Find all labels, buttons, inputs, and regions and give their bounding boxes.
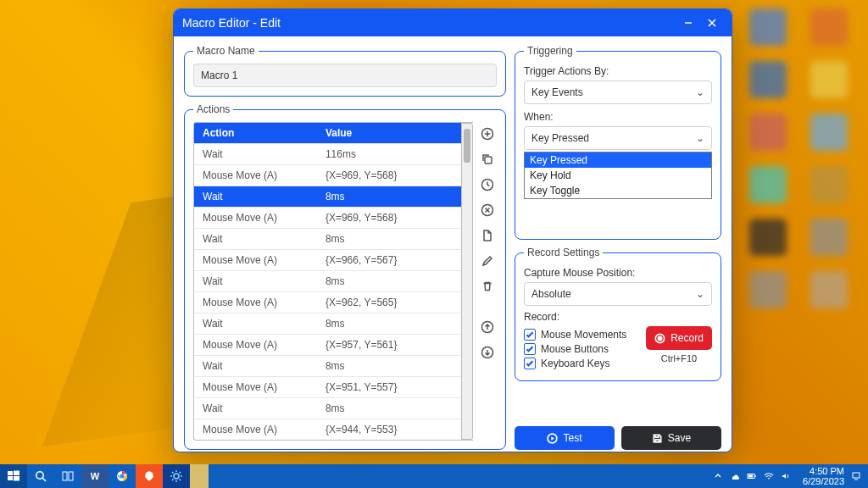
taskbar-time: 4:50 PM xyxy=(803,466,844,476)
clock-icon xyxy=(481,178,494,191)
window-minimize-button[interactable] xyxy=(677,14,699,32)
titlebar[interactable]: Macro Editor - Edit xyxy=(174,9,732,36)
remove-action-button[interactable] xyxy=(479,202,496,219)
cell-action: Mouse Move (A) xyxy=(194,292,317,313)
cell-action: Wait xyxy=(194,398,317,419)
when-option[interactable]: Key Pressed xyxy=(525,152,711,168)
taskbar-app-folder[interactable] xyxy=(190,464,209,488)
record-settings-legend: Record Settings xyxy=(524,247,603,258)
search-icon xyxy=(34,469,47,483)
tray-volume-icon[interactable] xyxy=(781,471,791,481)
taskbar-app-word[interactable]: W xyxy=(81,464,108,488)
cell-value: 8ms xyxy=(317,271,461,292)
delete-action-button[interactable] xyxy=(479,278,496,295)
footer-buttons: Test Save xyxy=(515,426,721,450)
save-button[interactable]: Save xyxy=(621,426,721,450)
minimize-icon xyxy=(683,18,693,28)
tray-cloud-icon[interactable] xyxy=(730,471,740,481)
copy-icon xyxy=(481,152,494,166)
actions-scrollbar[interactable] xyxy=(461,123,473,440)
actions-group: Actions Action Value Wait116msMouse Move… xyxy=(184,103,506,450)
trigger-by-select[interactable]: Key Events ⌄ xyxy=(524,80,712,104)
taskbar-clock[interactable]: 4:50 PM 6/29/2023 xyxy=(798,466,844,486)
table-row[interactable]: Wait116ms xyxy=(194,144,461,165)
actions-grid[interactable]: Action Value Wait116msMouse Move (A){X=9… xyxy=(193,122,473,441)
checkbox-icon xyxy=(524,358,536,369)
table-row[interactable]: Mouse Move (A){X=969, Y=568} xyxy=(194,208,461,229)
table-row[interactable]: Wait8ms xyxy=(194,313,461,335)
capture-position-label: Capture Mouse Position: xyxy=(524,267,712,279)
test-button[interactable]: Test xyxy=(515,426,615,450)
scrollbar-thumb[interactable] xyxy=(464,129,470,163)
col-action[interactable]: Action xyxy=(194,123,317,144)
table-row[interactable]: Wait8ms xyxy=(194,398,461,419)
macro-name-input[interactable]: Macro 1 xyxy=(193,64,497,87)
cell-action: Wait xyxy=(194,271,317,292)
table-row[interactable]: Wait8ms xyxy=(194,229,461,250)
taskbar[interactable]: W 4:50 PM 6/29/2023 xyxy=(0,464,868,488)
tray-wifi-icon[interactable] xyxy=(764,471,774,481)
taskbar-search-button[interactable] xyxy=(27,464,54,488)
when-select[interactable]: Key Pressed ⌄ xyxy=(524,126,712,150)
arrow-down-circle-icon xyxy=(481,346,494,359)
start-button[interactable] xyxy=(0,464,27,488)
taskbar-taskview-button[interactable] xyxy=(54,464,81,488)
copy-action-button[interactable] xyxy=(479,151,496,168)
file-icon xyxy=(481,229,494,242)
cell-value: {X=966, Y=567} xyxy=(317,250,461,271)
checkbox-icon xyxy=(524,343,536,355)
cell-action: Mouse Move (A) xyxy=(194,335,317,356)
keyboard-keys-checkbox[interactable]: Keyboard Keys xyxy=(524,358,643,369)
when-value: Key Pressed xyxy=(531,132,589,144)
svg-point-18 xyxy=(174,474,179,479)
cell-value: 8ms xyxy=(317,356,461,377)
chevron-down-icon: ⌄ xyxy=(696,288,704,300)
table-row[interactable]: Wait8ms xyxy=(194,271,461,292)
col-value[interactable]: Value xyxy=(317,123,461,144)
taskbar-app-brave[interactable] xyxy=(136,464,163,488)
arrow-up-circle-icon xyxy=(481,320,494,334)
time-action-button[interactable] xyxy=(479,176,496,193)
tray-chevron-icon[interactable] xyxy=(713,471,723,481)
table-row[interactable]: Wait8ms xyxy=(194,186,461,208)
window-close-button[interactable] xyxy=(701,14,723,32)
table-row[interactable]: Mouse Move (A){X=944, Y=553} xyxy=(194,419,461,441)
edit-action-button[interactable] xyxy=(479,252,496,269)
tray-notifications-icon[interactable] xyxy=(851,471,861,481)
tray-battery-icon[interactable] xyxy=(747,471,757,481)
checkbox-icon xyxy=(524,329,536,341)
chrome-icon xyxy=(115,469,129,483)
when-option[interactable]: Key Toggle xyxy=(525,183,711,198)
when-option[interactable]: Key Hold xyxy=(525,168,711,183)
actions-toolbar xyxy=(473,122,497,441)
actions-header-row: Action Value xyxy=(194,123,461,144)
svg-rect-12 xyxy=(14,476,19,481)
table-row[interactable]: Mouse Move (A){X=962, Y=565} xyxy=(194,292,461,313)
system-tray[interactable]: 4:50 PM 6/29/2023 xyxy=(706,464,868,488)
cell-value: {X=962, Y=565} xyxy=(317,292,461,313)
taskbar-app-macro[interactable] xyxy=(163,464,190,488)
cell-value: 8ms xyxy=(317,186,461,208)
record-button[interactable]: Record xyxy=(646,326,712,350)
table-row[interactable]: Mouse Move (A){X=957, Y=561} xyxy=(194,335,461,356)
record-label: Record: xyxy=(524,311,712,323)
mouse-movements-checkbox[interactable]: Mouse Movements xyxy=(524,329,643,341)
move-down-button[interactable] xyxy=(479,344,496,361)
cell-value: {X=969, Y=568} xyxy=(317,208,461,229)
macro-name-value: Macro 1 xyxy=(201,69,237,81)
save-button-label: Save xyxy=(668,432,691,444)
brave-icon xyxy=(142,469,156,483)
table-row[interactable]: Mouse Move (A){X=969, Y=568} xyxy=(194,165,461,186)
table-row[interactable]: Mouse Move (A){X=951, Y=557} xyxy=(194,377,461,398)
move-up-button[interactable] xyxy=(479,319,496,336)
taskbar-app-chrome[interactable] xyxy=(108,464,136,488)
cell-action: Wait xyxy=(194,356,317,377)
add-action-button[interactable] xyxy=(479,125,496,142)
table-row[interactable]: Wait8ms xyxy=(194,356,461,377)
table-row[interactable]: Mouse Move (A){X=966, Y=567} xyxy=(194,250,461,271)
taskview-icon xyxy=(61,469,75,483)
when-label: When: xyxy=(524,111,712,123)
mouse-buttons-checkbox[interactable]: Mouse Buttons xyxy=(524,343,643,355)
capture-position-select[interactable]: Absolute ⌄ xyxy=(524,282,712,306)
new-file-button[interactable] xyxy=(479,227,496,244)
